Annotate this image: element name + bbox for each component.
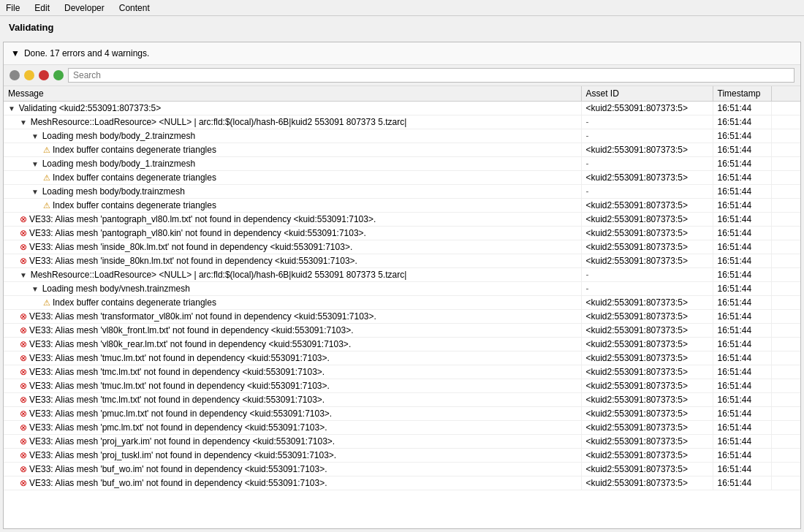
table-row[interactable]: ⊗VE33: Alias mesh 'buf_wo.im' not found … (4, 463, 800, 476)
row-message: Index buffer contains degenerate triangl… (53, 200, 216, 210)
table-row[interactable]: ⊗VE33: Alias mesh 'pmuc.lm.txt' not foun… (4, 407, 800, 421)
table-header-row: Message Asset ID Timestamp (4, 86, 800, 102)
row-extra (771, 407, 800, 421)
main-panel: ▼ Done. 17 errors and 4 warnings. Messag… (3, 42, 801, 529)
row-message: VE33: Alias mesh 'pmc.lm.txt' not found … (29, 422, 327, 433)
warning-icon: ⚠ (43, 173, 50, 182)
filter-yellow-button[interactable] (24, 70, 34, 80)
table-row[interactable]: ⊗VE33: Alias mesh 'tmc.lm.txt' not found… (4, 365, 800, 379)
table-row[interactable]: ⊗VE33: Alias mesh 'inside_80kn.lm.txt' n… (4, 254, 800, 268)
row-message: VE33: Alias mesh 'pmuc.lm.txt' not found… (29, 408, 332, 419)
table-row[interactable]: ⊗VE33: Alias mesh 'transformator_vl80k.i… (4, 310, 800, 324)
row-message: Index buffer contains degenerate triangl… (53, 172, 216, 183)
row-message: VE33: Alias mesh 'pantograph_vl80.kin' n… (29, 228, 366, 238)
error-icon: ⊗ (20, 214, 27, 224)
row-assetid: <kuid2:553091:807373:5> (581, 227, 713, 240)
row-timestamp: 16:51:44 (713, 407, 771, 421)
table-row[interactable]: ⊗VE33: Alias mesh 'proj_tuskl.im' not fo… (4, 449, 800, 463)
row-timestamp: 16:51:44 (713, 240, 771, 254)
expand-icon[interactable]: ▼ (31, 188, 41, 196)
row-message: Validating <kuid2:553091:807373:5> (19, 103, 162, 113)
row-extra (771, 421, 800, 435)
row-timestamp: 16:51:44 (713, 254, 771, 268)
table-row[interactable]: ⊗VE33: Alias mesh 'pmc.lm.txt' not found… (4, 421, 800, 435)
row-extra (771, 227, 800, 240)
menu-edit[interactable]: Edit (31, 1, 53, 15)
row-assetid: <kuid2:553091:807373:5> (581, 365, 713, 379)
row-timestamp: 16:51:44 (713, 393, 771, 407)
row-timestamp: 16:51:44 (713, 157, 771, 171)
table-row[interactable]: ⊗VE33: Alias mesh 'inside_80k.lm.txt' no… (4, 240, 800, 254)
expand-icon[interactable]: ▼ (20, 271, 29, 279)
filter-red-button[interactable] (39, 70, 49, 80)
row-assetid: <kuid2:553091:807373:5> (581, 310, 713, 324)
row-message: Index buffer contains degenerate triangl… (53, 145, 216, 155)
filter-green-button[interactable] (53, 70, 64, 80)
row-assetid: <kuid2:553091:807373:5> (581, 476, 713, 490)
row-timestamp: 16:51:44 (713, 129, 771, 143)
menu-file[interactable]: File (3, 1, 23, 15)
expand-icon[interactable]: ▼ (8, 104, 18, 113)
row-message: MeshResource::LoadResource> <NULL> | arc… (31, 117, 407, 127)
row-assetid: <kuid2:553091:807373:5> (581, 449, 713, 463)
row-timestamp: 16:51:44 (713, 449, 771, 463)
table-row[interactable]: ▼ MeshResource::LoadResource> <NULL> | a… (4, 268, 800, 282)
error-icon: ⊗ (20, 339, 27, 349)
error-icon: ⊗ (20, 311, 27, 322)
menubar: File Edit Developer Content (0, 0, 804, 16)
row-message: Loading mesh body/vnesh.trainzmesh (42, 284, 190, 294)
table-row[interactable]: ▼ Loading mesh body/vnesh.trainzmesh-16:… (4, 282, 800, 296)
table-row[interactable]: ⊗VE33: Alias mesh 'tmc.lm.txt' not found… (4, 393, 800, 407)
error-icon: ⊗ (20, 228, 27, 238)
row-timestamp: 16:51:44 (713, 296, 771, 310)
row-timestamp: 16:51:44 (713, 199, 771, 213)
row-extra (771, 379, 800, 393)
summary-arrow[interactable]: ▼ (11, 48, 20, 58)
table-row[interactable]: ⊗VE33: Alias mesh 'buf_wo.im' not found … (4, 476, 800, 490)
table-row[interactable]: ⚠Index buffer contains degenerate triang… (4, 143, 800, 157)
filter-grey-button[interactable] (10, 70, 20, 80)
table-row[interactable]: ▼ Loading mesh body/body.trainzmesh-16:5… (4, 185, 800, 199)
row-message: VE33: Alias mesh 'vl80k_rear.lm.txt' not… (29, 339, 351, 349)
table-row[interactable]: ⚠Index buffer contains degenerate triang… (4, 296, 800, 310)
error-icon: ⊗ (20, 395, 27, 405)
row-assetid: <kuid2:553091:807373:5> (581, 338, 713, 352)
row-timestamp: 16:51:44 (713, 421, 771, 435)
table-row[interactable]: ⊗VE33: Alias mesh 'proj_yark.im' not fou… (4, 435, 800, 449)
error-icon: ⊗ (20, 436, 27, 446)
row-assetid: - (581, 129, 713, 143)
expand-icon[interactable]: ▼ (31, 160, 41, 168)
row-extra (771, 254, 800, 268)
row-assetid: <kuid2:553091:807373:5> (581, 352, 713, 365)
expand-icon[interactable]: ▼ (31, 285, 41, 293)
table-row[interactable]: ▼ MeshResource::LoadResource> <NULL> | a… (4, 115, 800, 129)
row-timestamp: 16:51:44 (713, 379, 771, 393)
table-row[interactable]: ⊗VE33: Alias mesh 'vl80k_front.lm.txt' n… (4, 324, 800, 338)
row-message: VE33: Alias mesh 'tmuc.lm.txt' not found… (29, 381, 330, 391)
table-row[interactable]: ▼ Loading mesh body/body_2.trainzmesh-16… (4, 129, 800, 143)
table-row[interactable]: ⚠Index buffer contains degenerate triang… (4, 171, 800, 185)
row-timestamp: 16:51:44 (713, 476, 771, 490)
table-row[interactable]: ⊗VE33: Alias mesh 'tmuc.lm.txt' not foun… (4, 352, 800, 365)
row-extra (771, 352, 800, 365)
row-extra (771, 199, 800, 213)
row-extra (771, 282, 800, 296)
search-input[interactable] (68, 68, 794, 83)
col-header-extra (771, 86, 800, 102)
table-row[interactable]: ⊗VE33: Alias mesh 'tmuc.lm.txt' not foun… (4, 379, 800, 393)
row-message: VE33: Alias mesh 'buf_wo.im' not found i… (29, 478, 327, 488)
table-row[interactable]: ▼ Validating <kuid2:553091:807373:5><kui… (4, 102, 800, 115)
row-extra (771, 463, 800, 476)
table-row[interactable]: ▼ Loading mesh body/body_1.trainzmesh-16… (4, 157, 800, 171)
table-row[interactable]: ⊗VE33: Alias mesh 'pantograph_vl80.kin' … (4, 227, 800, 240)
menu-content[interactable]: Content (116, 1, 153, 15)
menu-developer[interactable]: Developer (61, 1, 107, 15)
table-row[interactable]: ⚠Index buffer contains degenerate triang… (4, 199, 800, 213)
expand-icon[interactable]: ▼ (31, 132, 41, 140)
row-assetid: <kuid2:553091:807373:5> (581, 296, 713, 310)
log-table: Message Asset ID Timestamp ▼ Validating … (4, 86, 800, 490)
table-row[interactable]: ⊗VE33: Alias mesh 'pantograph_vl80.lm.tx… (4, 213, 800, 227)
table-row[interactable]: ⊗VE33: Alias mesh 'vl80k_rear.lm.txt' no… (4, 338, 800, 352)
row-message: VE33: Alias mesh 'tmc.lm.txt' not found … (29, 395, 325, 405)
expand-icon[interactable]: ▼ (20, 118, 29, 126)
